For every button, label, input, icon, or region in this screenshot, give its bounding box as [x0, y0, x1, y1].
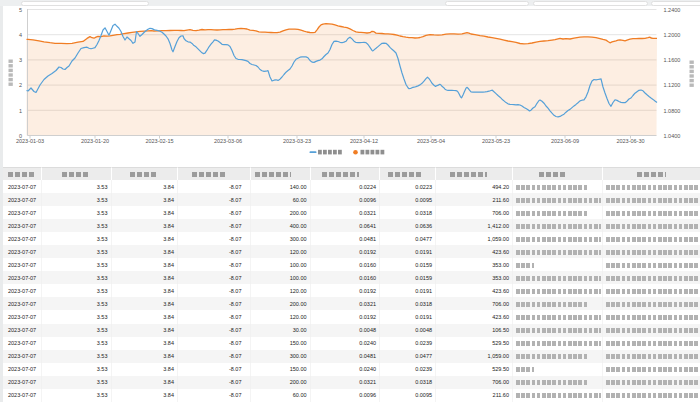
svg-text:1.2400: 1.2400	[664, 7, 681, 13]
svg-text:2023-01-03: 2023-01-03	[16, 138, 44, 144]
svg-text:2023-05-23: 2023-05-23	[482, 138, 510, 144]
svg-text:2023-06-30: 2023-06-30	[616, 138, 644, 144]
svg-text:1.1600: 1.1600	[664, 57, 681, 63]
svg-text:5: 5	[19, 7, 22, 13]
svg-text:3: 3	[19, 57, 22, 63]
svg-text:1.1200: 1.1200	[664, 82, 681, 88]
svg-text:2: 2	[19, 82, 22, 88]
svg-text:2023-04-12: 2023-04-12	[350, 138, 378, 144]
svg-text:1.0400: 1.0400	[664, 133, 681, 139]
svg-text:1.0800: 1.0800	[664, 108, 681, 114]
svg-text:4: 4	[19, 32, 22, 38]
svg-text:1: 1	[19, 108, 22, 114]
svg-text:2023-03-23: 2023-03-23	[283, 138, 311, 144]
svg-text:2023-01-20: 2023-01-20	[81, 138, 109, 144]
svg-text:1.2000: 1.2000	[664, 32, 681, 38]
svg-text:2023-06-09: 2023-06-09	[551, 138, 579, 144]
svg-text:2023-05-04: 2023-05-04	[417, 138, 445, 144]
svg-text:2023-03-06: 2023-03-06	[214, 138, 242, 144]
svg-text:2023-02-15: 2023-02-15	[145, 138, 173, 144]
